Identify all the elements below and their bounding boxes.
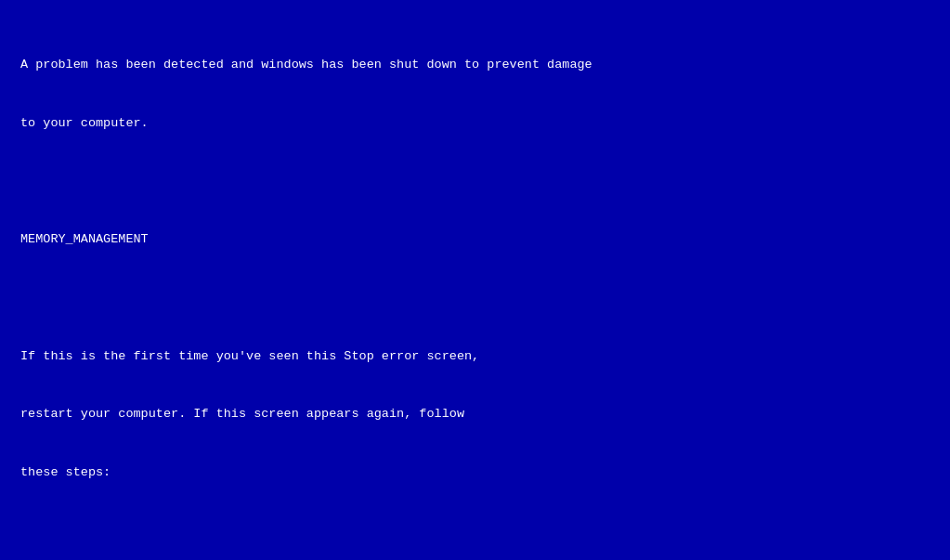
bsod-line1: A problem has been detected and windows … bbox=[20, 56, 930, 75]
blank-line-2 bbox=[20, 289, 930, 308]
blank-line-3 bbox=[20, 522, 930, 541]
para1-line2: restart your computer. If this screen ap… bbox=[20, 405, 930, 424]
para1-line3: these steps: bbox=[20, 463, 930, 483]
error-code: MEMORY_MANAGEMENT bbox=[20, 230, 930, 250]
para1-line1: If this is the first time you've seen th… bbox=[20, 347, 930, 367]
bsod-screen: A problem has been detected and windows … bbox=[0, 0, 950, 560]
blank-line-1 bbox=[20, 172, 930, 191]
bsod-line2: to your computer. bbox=[20, 114, 930, 134]
